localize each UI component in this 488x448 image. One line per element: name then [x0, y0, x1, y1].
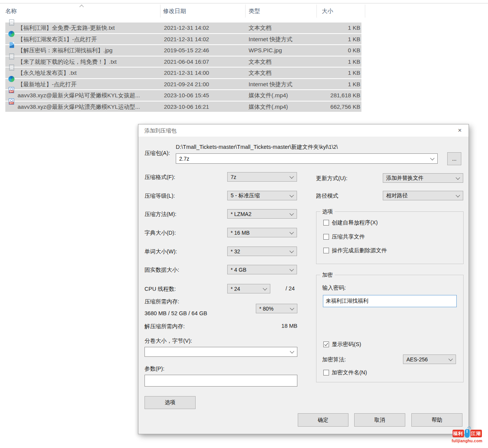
text-file-icon — [9, 64, 14, 71]
method-label: 压缩方法(M): — [144, 211, 177, 218]
browse-button[interactable]: ... — [447, 152, 461, 165]
word-size-combo[interactable]: * 32 — [227, 247, 297, 256]
update-mode-label: 更新方式(U): — [316, 175, 347, 182]
chevron-down-icon — [289, 211, 294, 215]
path-mode-combo[interactable]: 相对路径 — [383, 191, 463, 200]
media-file-icon: MP4 — [9, 87, 14, 93]
dictionary-label: 字典大小(D): — [144, 229, 176, 237]
options-group: 选项 创建自释放程序(X) 压缩共享文件 操作完成后删除源文件 — [316, 211, 464, 264]
table-row[interactable]: 【福利江湖】全免费-无套路-更新快.txt2021-12-31 14:02文本文… — [5, 23, 361, 33]
file-type: 文本文档 — [249, 68, 271, 78]
checkbox-icon[interactable] — [323, 342, 329, 347]
checkbox-icon[interactable] — [323, 370, 329, 375]
file-name: 【最新地址】-点此打开 — [18, 79, 77, 90]
ok-button[interactable]: 确定 — [298, 413, 348, 427]
memory-percent-combo[interactable]: * 80% — [256, 304, 297, 313]
logo-text-left: 福利 — [453, 430, 464, 437]
cpu-threads-combo[interactable]: * 24 — [227, 284, 270, 293]
solid-block-combo[interactable]: * 4 GB — [227, 265, 297, 274]
file-size: 1 KB — [348, 68, 360, 78]
shared-files-checkbox-label: 压缩共享文件 — [332, 233, 365, 240]
checkbox-icon[interactable] — [323, 220, 329, 226]
delete-after-checkbox-row[interactable]: 操作完成后删除源文件 — [323, 247, 387, 254]
table-row[interactable]: 【福利江湖发布页1】-点此打开2021-12-31 14:02Internet … — [5, 34, 361, 45]
file-type: WPS.PIC.jpg — [249, 45, 282, 56]
file-size: 1 KB — [348, 56, 360, 67]
volume-size-combo[interactable] — [144, 347, 297, 357]
chevron-down-icon — [290, 306, 294, 310]
file-date: 2021-12-31 14:02 — [164, 23, 209, 33]
file-type: 文本文档 — [249, 56, 271, 67]
format-value: 7z — [231, 174, 236, 180]
memory-usage-label: 压缩所需内存: — [144, 298, 179, 305]
file-size: 1 KB — [348, 79, 360, 90]
encryption-group: 加密 输入密码: 显示密码(S) 加密算法: AES-256 加密文件名(N) — [316, 275, 464, 382]
column-divider[interactable] — [160, 5, 161, 18]
column-header-size[interactable]: 大小 — [322, 8, 333, 15]
file-name: aavv38.xyz@最新火爆P站漂亮嫩模KYL运动型... — [18, 102, 140, 112]
table-row[interactable]: 【来了就能下载的论坛，纯免费！】.txt2021-06-04 16:07文本文档… — [5, 56, 361, 67]
solid-block-label: 固实数据大小: — [144, 266, 179, 274]
file-type: 文本文档 — [249, 23, 271, 33]
chevron-down-icon — [263, 286, 267, 290]
column-header-name[interactable]: 名称 — [5, 8, 17, 15]
file-name: aavv38.xyz@最新火爆P站可爱嫩模KYL女孩超... — [18, 90, 140, 101]
table-row[interactable]: 【解压密码：来福利江湖找福利】.jpg2019-05-15 22:46WPS.P… — [5, 45, 361, 56]
logo-text-right: 江湖 — [470, 430, 482, 437]
internet-shortcut-icon — [8, 76, 14, 82]
sfx-checkbox-row[interactable]: 创建自释放程序(X) — [323, 219, 378, 226]
parameters-label: 参数(P): — [144, 365, 164, 372]
checkbox-icon[interactable] — [323, 248, 329, 253]
dialog-title: 添加到压缩包 — [144, 127, 177, 134]
file-date: 2021-09-24 21:00 — [164, 79, 209, 90]
parameters-input[interactable] — [144, 375, 297, 387]
panel-top-border — [0, 3, 488, 3]
format-combo[interactable]: 7z — [227, 172, 297, 182]
column-divider[interactable] — [365, 5, 365, 18]
password-input[interactable] — [323, 295, 457, 307]
update-mode-value: 添加并替换文件 — [386, 175, 424, 182]
show-password-checkbox-row[interactable]: 显示密码(S) — [323, 341, 361, 348]
cancel-button[interactable]: 取消 — [354, 413, 405, 427]
shared-files-checkbox-row[interactable]: 压缩共享文件 — [323, 233, 365, 240]
file-rows: 【福利江湖】全免费-无套路-更新快.txt2021-12-31 14:02文本文… — [5, 23, 361, 113]
algorithm-label: 加密算法: — [322, 356, 346, 363]
sort-ascending-icon — [79, 5, 83, 9]
table-row[interactable]: 【永久地址发布页】.txt2021-12-31 14:00文本文档1 KB — [5, 68, 361, 78]
dictionary-combo[interactable]: * 16 MB — [227, 228, 297, 237]
column-divider[interactable] — [245, 5, 246, 18]
column-divider[interactable] — [316, 5, 317, 18]
table-row[interactable]: 【最新地址】-点此打开2021-09-24 21:00Internet 快捷方式… — [5, 79, 361, 90]
path-mode-value: 相对路径 — [386, 192, 408, 199]
close-icon[interactable]: × — [451, 124, 469, 137]
file-date: 2023-10-06 15:45 — [164, 90, 209, 101]
table-row[interactable]: MP4aavv38.xyz@最新火爆P站漂亮嫩模KYL运动型...2023-10… — [5, 102, 361, 112]
mouse-icon — [465, 429, 470, 438]
help-button[interactable]: 帮助 — [411, 413, 462, 427]
site-logo: 福利 江湖 fulijianghu.com — [451, 429, 483, 443]
chevron-down-icon — [456, 193, 460, 197]
options-button[interactable]: 选项 — [144, 396, 196, 409]
add-to-archive-dialog: 添加到压缩包 × 压缩包(A): D:\Tmall_Tickets-master… — [138, 124, 469, 434]
checkbox-icon[interactable] — [323, 234, 329, 240]
memory-decompress-value: 18 MB — [268, 323, 297, 329]
dictionary-value: * 16 MB — [231, 230, 250, 236]
file-name: 【永久地址发布页】.txt — [18, 68, 77, 78]
file-name: 【来了就能下载的论坛，纯免费！】.txt — [18, 56, 117, 67]
path-mode-label: 路径模式 — [316, 192, 338, 200]
file-type: Internet 快捷方式 — [249, 79, 292, 90]
file-name: 【福利江湖发布页1】-点此打开 — [18, 34, 97, 45]
column-header-date[interactable]: 修改日期 — [163, 8, 186, 15]
encrypt-names-checkbox-row[interactable]: 加密文件名(N) — [323, 369, 367, 376]
update-mode-combo[interactable]: 添加并替换文件 — [383, 173, 463, 183]
archive-name-combo[interactable]: 2.7z — [176, 153, 438, 164]
password-label: 输入密码: — [322, 284, 346, 292]
file-size: 1 KB — [348, 23, 360, 33]
algorithm-combo[interactable]: AES-256 — [403, 355, 456, 364]
volume-size-label: 分卷大小，字节(V): — [144, 337, 192, 345]
level-combo[interactable]: 5 - 标准压缩 — [227, 191, 297, 200]
column-header-type[interactable]: 类型 — [249, 8, 260, 15]
table-row[interactable]: MP4aavv38.xyz@最新火爆P站可爱嫩模KYL女孩超...2023-10… — [5, 90, 361, 101]
method-combo[interactable]: * LZMA2 — [227, 209, 297, 219]
dialog-titlebar[interactable]: 添加到压缩包 × — [138, 124, 469, 137]
